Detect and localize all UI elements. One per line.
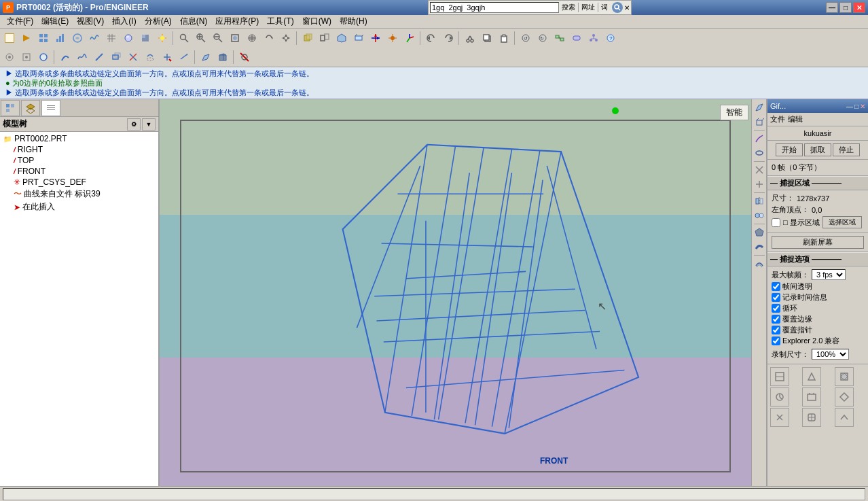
panel-tab-layer[interactable]: [21, 100, 40, 116]
search-url-button[interactable]: 网址: [580, 3, 596, 12]
tb-triangle-button[interactable]: [18, 30, 35, 46]
search-go-button[interactable]: 搜索: [560, 3, 577, 12]
menu-info[interactable]: 信息(N): [176, 15, 212, 29]
tb-redo-button[interactable]: [440, 30, 456, 46]
panel-tab-active[interactable]: [41, 100, 60, 116]
loop-checkbox[interactable]: [772, 304, 780, 313]
gif-maximize-button[interactable]: □: [854, 103, 858, 110]
menu-edit[interactable]: 编辑(E): [37, 15, 73, 29]
gif-icon-3[interactable]: [835, 367, 854, 386]
menu-help[interactable]: 帮助(H): [336, 15, 372, 29]
tb-pan-button[interactable]: [278, 30, 294, 46]
tree-settings-button[interactable]: ⚙: [127, 118, 141, 131]
menu-view[interactable]: 视图(V): [73, 15, 108, 29]
tb-fit-button[interactable]: [227, 30, 243, 46]
tb2-solidcut-button[interactable]: [215, 49, 231, 65]
menu-insert[interactable]: 插入(I): [108, 15, 140, 29]
rt-thicken-button[interactable]: [753, 240, 766, 254]
menu-window[interactable]: 窗口(W): [298, 15, 336, 29]
gif-icon-1[interactable]: [770, 367, 789, 386]
select-region-button[interactable]: 选择区域: [822, 216, 862, 228]
tb2-intersect-button[interactable]: [125, 49, 141, 65]
tree-item-root[interactable]: 📁 PRT0002.PRT: [1, 133, 157, 144]
gif-minimize-button[interactable]: —: [846, 103, 853, 110]
tree-item-right[interactable]: / RIGHT: [1, 144, 157, 155]
tb-copy-button[interactable]: [479, 30, 495, 46]
tb-orient-button[interactable]: [244, 30, 260, 46]
cover-edges-checkbox[interactable]: [772, 315, 780, 324]
rt-blend-button[interactable]: [753, 146, 766, 160]
tb-model3d-button[interactable]: [333, 30, 350, 46]
tb-csys-button[interactable]: [401, 30, 418, 46]
explorer-compat-checkbox[interactable]: [772, 336, 780, 345]
tb-shade-button[interactable]: [137, 30, 153, 46]
tb-axis-button[interactable]: [367, 30, 384, 46]
timestamp-checkbox[interactable]: [772, 293, 780, 302]
tree-filter-button[interactable]: ▼: [142, 118, 156, 131]
tree-item-top[interactable]: / TOP: [1, 155, 157, 166]
tb-grid-button[interactable]: [35, 30, 52, 46]
gif-icon-8[interactable]: [802, 408, 821, 427]
gif-stop-button[interactable]: 停止: [833, 143, 860, 156]
cover-cursor-checkbox[interactable]: [772, 326, 780, 334]
tb2-project-button[interactable]: [142, 49, 158, 65]
menu-apps[interactable]: 应用程序(P): [211, 15, 263, 29]
tb-grid2-button[interactable]: [103, 30, 120, 46]
search-close-button[interactable]: ✕: [624, 4, 630, 12]
tb-undo-button[interactable]: [423, 30, 439, 46]
tb-point-button[interactable]: [384, 30, 401, 46]
tb-plane-button[interactable]: [350, 30, 367, 46]
tree-item-curve[interactable]: 〜 曲线来自文件 标识39: [1, 188, 157, 201]
tb2-line-button[interactable]: [91, 49, 107, 65]
gif-icon-6[interactable]: [835, 387, 854, 407]
tb-regenall-button[interactable]: ↻: [535, 30, 551, 46]
tb-render-button[interactable]: [120, 30, 137, 46]
tb2-curve1-button[interactable]: [57, 49, 73, 65]
tb-zoomout-button[interactable]: [210, 30, 226, 46]
menu-file[interactable]: 文件(F): [3, 15, 37, 29]
gif-capture-button[interactable]: 抓取: [804, 143, 831, 156]
gif-icon-7[interactable]: [770, 408, 789, 427]
search-input[interactable]: [430, 2, 559, 13]
rt-solidify-button[interactable]: [753, 226, 766, 239]
search-word-button[interactable]: 词: [600, 3, 609, 12]
tb-relations-button[interactable]: [551, 30, 568, 46]
rt-extrude-button[interactable]: [753, 115, 766, 128]
tb-regenerate-button[interactable]: ↺: [518, 30, 534, 46]
tb-paste-button[interactable]: [496, 30, 512, 46]
tb-chart-button[interactable]: [52, 30, 69, 46]
rt-merge-button[interactable]: [753, 209, 766, 222]
close-window-button[interactable]: ✕: [853, 2, 865, 13]
gif-icon-9[interactable]: [835, 408, 854, 427]
show-region-checkbox[interactable]: [772, 218, 780, 227]
refresh-button[interactable]: 刷新屏幕: [772, 236, 864, 249]
tb2-spline-button[interactable]: [74, 49, 90, 65]
rt-cross-button[interactable]: [753, 163, 766, 177]
panel-tab-model[interactable]: [1, 100, 20, 116]
tb-zoomin-button[interactable]: [193, 30, 209, 46]
tb-help-button[interactable]: ?: [602, 30, 619, 46]
record-size-select[interactable]: 100%: [812, 349, 849, 360]
tb-2d-button[interactable]: [317, 30, 333, 46]
gif-menu-file[interactable]: 文件: [770, 114, 785, 124]
tb-rotate-button[interactable]: [261, 30, 277, 46]
tb2-offset-button[interactable]: [108, 49, 124, 65]
tb-cut-button[interactable]: [462, 30, 478, 46]
tb-light-button[interactable]: [154, 30, 170, 46]
maximize-button[interactable]: □: [839, 2, 852, 13]
rt-sketch-button[interactable]: [753, 132, 766, 145]
tb-new-button[interactable]: [1, 30, 18, 46]
tb2-snap-button[interactable]: [1, 49, 18, 65]
rt-offset2-button[interactable]: [753, 257, 766, 271]
rt-surface-button[interactable]: [753, 101, 766, 114]
tb-pattern-button[interactable]: [69, 30, 86, 46]
tb-search2-button[interactable]: [176, 30, 192, 46]
tb2-hide-button[interactable]: [236, 49, 253, 65]
tree-item-csys[interactable]: ✳ PRT_CSYS_DEF: [1, 177, 157, 188]
tb-family-button[interactable]: [585, 30, 602, 46]
tb-flip-button[interactable]: [300, 30, 316, 46]
menu-analysis[interactable]: 分析(A): [141, 15, 176, 29]
tb2-trim-button[interactable]: [159, 49, 175, 65]
tb2-extend-button[interactable]: [176, 49, 192, 65]
gif-menu-edit[interactable]: 编辑: [788, 114, 803, 124]
